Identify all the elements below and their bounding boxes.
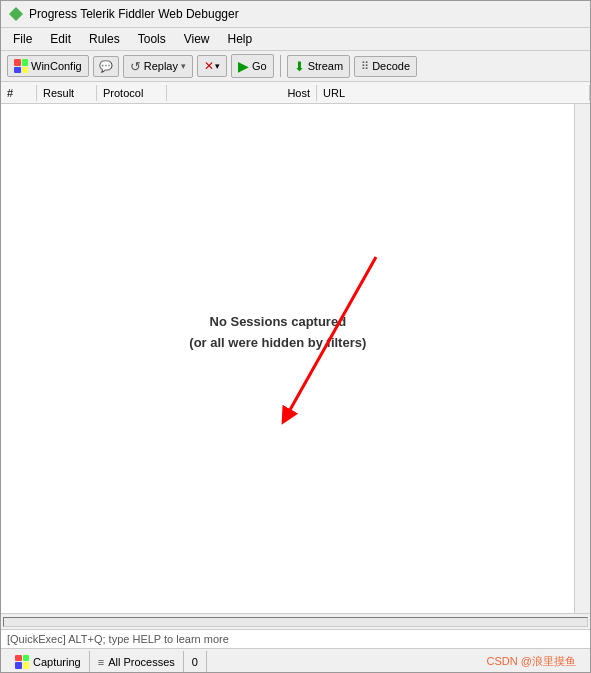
sessions-table-header: # Result Protocol Host URL [1,82,590,104]
capturing-icon [15,655,29,669]
app-icon [9,7,23,21]
go-label: Go [252,60,267,72]
vertical-scrollbar[interactable] [574,104,590,613]
watermark-section: CSDN @浪里摸鱼 [207,651,584,672]
menu-help[interactable]: Help [220,30,261,48]
filter-icon: ≡ [98,656,104,668]
menu-bar: File Edit Rules Tools View Help [1,28,590,51]
chat-icon: 💬 [99,60,113,73]
app-title: Progress Telerik Fiddler Web Debugger [29,7,239,21]
stream-button[interactable]: ⬇ Stream [287,55,350,78]
sessions-body: No Sessions captured (or all were hidden… [1,104,590,613]
col-url-header: URL [317,85,590,101]
go-button[interactable]: ▶ Go [231,54,274,78]
remove-button[interactable]: ✕ ▾ [197,55,227,77]
col-hash-header: # [1,85,37,101]
winconfig-icon [14,59,28,73]
horizontal-scrollbar[interactable] [1,613,590,629]
menu-file[interactable]: File [5,30,40,48]
all-processes-label: All Processes [108,656,175,668]
stream-label: Stream [308,60,343,72]
hscroll-track[interactable] [3,617,588,627]
title-bar: Progress Telerik Fiddler Web Debugger [1,1,590,28]
menu-view[interactable]: View [176,30,218,48]
session-count-section: 0 [184,651,207,672]
capturing-section: Capturing [7,651,90,672]
stream-icon: ⬇ [294,59,305,74]
replay-button[interactable]: ↺ Replay ▾ [123,55,193,78]
winconfig-button[interactable]: WinConfig [7,55,89,77]
menu-rules[interactable]: Rules [81,30,128,48]
decode-label: Decode [372,60,410,72]
menu-tools[interactable]: Tools [130,30,174,48]
main-content: # Result Protocol Host URL No Sessions c… [1,82,590,673]
red-arrow-indicator [266,247,416,447]
decode-icon: ⠿ [361,60,369,73]
session-count: 0 [192,656,198,668]
all-processes-section[interactable]: ≡ All Processes [90,651,184,672]
capturing-label: Capturing [33,656,81,668]
replay-dropdown-icon[interactable]: ▾ [181,61,186,71]
svg-line-1 [286,257,376,417]
sessions-panel: # Result Protocol Host URL No Sessions c… [1,82,590,629]
col-result-header: Result [37,85,97,101]
winconfig-label: WinConfig [31,60,82,72]
decode-button[interactable]: ⠿ Decode [354,56,417,77]
replay-label: Replay [144,60,178,72]
col-host-header: Host [167,85,317,101]
toolbar: WinConfig 💬 ↺ Replay ▾ ✕ ▾ ▶ Go ⬇ Stream [1,51,590,82]
chat-button[interactable]: 💬 [93,56,119,77]
quickexec-text: [QuickExec] ALT+Q; type HELP to learn mo… [7,633,229,645]
status-bar: Capturing ≡ All Processes 0 CSDN @浪里摸鱼 [1,648,590,673]
menu-edit[interactable]: Edit [42,30,79,48]
quickexec-bar[interactable]: [QuickExec] ALT+Q; type HELP to learn mo… [1,629,590,648]
remove-dropdown-icon[interactable]: ▾ [215,61,220,71]
toolbar-separator [280,55,281,77]
replay-icon: ↺ [130,59,141,74]
go-play-icon: ▶ [238,58,249,74]
watermark-text: CSDN @浪里摸鱼 [487,654,576,669]
remove-icon: ✕ [204,59,214,73]
col-protocol-header: Protocol [97,85,167,101]
